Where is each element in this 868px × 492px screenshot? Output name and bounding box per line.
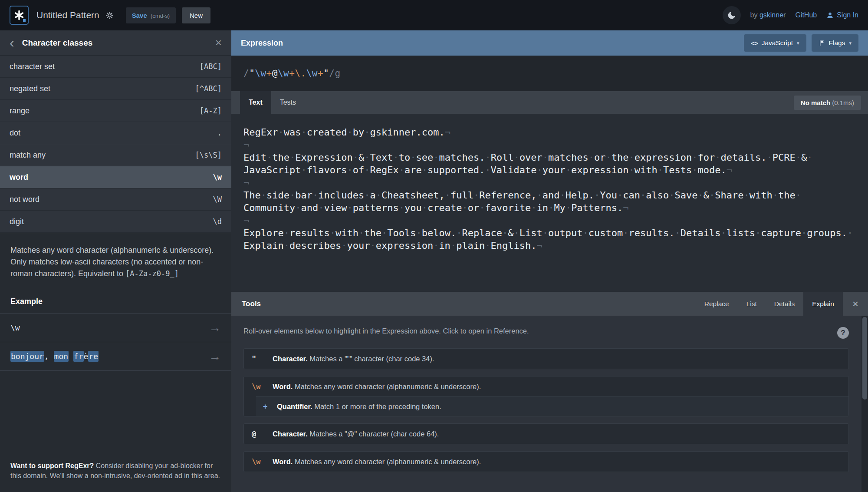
example-heading: Example <box>0 288 231 313</box>
explain-description: Character. Matches a "@" character (char… <box>273 430 439 438</box>
example-pattern-row: \w → <box>0 313 231 342</box>
new-button[interactable]: New <box>182 7 210 23</box>
explain-card: \wWord. Matches any word character (alph… <box>243 451 849 472</box>
explain-row[interactable]: +Quantifier. Match 1 or more of the prec… <box>256 396 848 416</box>
gskinner-link[interactable]: gskinner <box>760 11 786 19</box>
save-button[interactable]: Save (cmd-s) <box>126 7 176 23</box>
class-label: negated set <box>10 84 50 93</box>
byline: by gskinner <box>750 11 786 19</box>
class-label: not word <box>10 195 39 204</box>
text-line: ¬ <box>243 176 856 189</box>
tools-tab-explain[interactable]: Explain <box>803 292 843 316</box>
chevron-down-icon: ▾ <box>849 40 852 46</box>
tools-scrollbar-thumb[interactable] <box>862 317 867 400</box>
explain-description: Quantifier. Match 1 or more of the prece… <box>277 403 441 411</box>
class-description: Matches any word character (alphanumeric… <box>0 233 231 288</box>
explain-card: @Character. Matches a "@" character (cha… <box>243 423 849 444</box>
class-syntax: \w <box>213 173 222 182</box>
explain-row[interactable]: \wWord. Matches any word character (alph… <box>244 452 848 472</box>
explain-token: @ <box>252 429 273 438</box>
explain-hint-row: Roll-over elements below to highlight in… <box>243 327 849 339</box>
chevron-down-icon: ▾ <box>797 40 799 46</box>
explain-hint: Roll-over elements below to highlight in… <box>243 327 529 335</box>
text-line: ¬ <box>243 214 856 227</box>
signin-link[interactable]: Sign In <box>826 11 858 19</box>
class-label: range <box>10 106 30 116</box>
sidebar-item-word[interactable]: word\w <box>0 166 231 188</box>
tab-text[interactable]: Text <box>240 91 271 114</box>
sidebar: ‹ Character classes × character set[ABC]… <box>0 30 231 492</box>
gear-icon[interactable] <box>105 11 114 20</box>
ad-notice: Want to support RegExr? Consider disabli… <box>0 452 231 492</box>
match-status: No match <box>801 99 830 106</box>
class-label: word <box>10 173 28 182</box>
sidebar-item-character-set[interactable]: character set[ABC] <box>0 56 231 78</box>
insert-arrow-icon[interactable]: → <box>209 350 221 363</box>
sidebar-item-negated-set[interactable]: negated set[^ABC] <box>0 78 231 100</box>
expression-header-buttons: <> JavaScript ▾ Flags ▾ <box>744 34 858 52</box>
explain-row[interactable]: \wWord. Matches any word character (alph… <box>244 376 848 396</box>
app-header: Untitled Pattern Save (cmd-s) New by gsk… <box>0 0 868 30</box>
help-icon[interactable]: ? <box>837 327 849 339</box>
pattern-title[interactable]: Untitled Pattern <box>36 10 99 20</box>
tools-tab-replace[interactable]: Replace <box>696 292 738 316</box>
expression-header: Expression <> JavaScript ▾ Flags ▾ <box>231 30 868 56</box>
character-class-list: character set[ABC]negated set[^ABC]range… <box>0 56 231 233</box>
sidebar-header: ‹ Character classes × <box>0 30 231 56</box>
tools-content: Roll-over elements below to highlight in… <box>231 316 868 492</box>
tools-close-icon[interactable]: × <box>843 292 868 316</box>
flavor-button[interactable]: <> JavaScript ▾ <box>744 34 806 52</box>
class-syntax: [A-Z] <box>200 106 222 115</box>
sidebar-item-match-any[interactable]: match any[\s\S] <box>0 144 231 166</box>
moon-icon <box>727 10 736 20</box>
insert-arrow-icon[interactable]: → <box>209 322 221 334</box>
flags-label: Flags <box>829 39 845 47</box>
flag-icon <box>819 40 825 46</box>
explain-card: "Character. Matches a """ character (cha… <box>243 348 849 369</box>
explain-token: + <box>263 402 277 411</box>
text-line: RegExr·​was·​created·​by·​gskinner.com.¬ <box>243 126 856 139</box>
explain-token: " <box>252 354 273 363</box>
theme-toggle-button[interactable] <box>723 6 741 24</box>
text-editor[interactable]: RegExr·​was·​created·​by·​gskinner.com.¬… <box>231 114 868 292</box>
text-line: The·​side·​bar·​includes·​a·​Cheatsheet,… <box>243 189 856 214</box>
sidebar-item-dot[interactable]: dot. <box>0 122 231 144</box>
expression-input[interactable]: /"\w+@\w+\.\w+"/g <box>231 56 868 91</box>
sidebar-item-range[interactable]: range[A-Z] <box>0 100 231 122</box>
by-label: by <box>750 11 758 19</box>
logo-accent-dot <box>23 19 26 22</box>
tab-tests[interactable]: Tests <box>271 91 305 114</box>
github-link[interactable]: GitHub <box>795 11 817 19</box>
tools-tab-details[interactable]: Details <box>766 292 803 316</box>
tools-scrollbar[interactable] <box>861 316 868 492</box>
regexr-logo[interactable] <box>10 6 29 25</box>
explain-token: \w <box>252 457 273 466</box>
class-syntax: . <box>217 129 222 137</box>
flags-button[interactable]: Flags ▾ <box>812 34 858 52</box>
example-pattern: \w <box>10 323 20 332</box>
class-syntax: \W <box>213 195 222 204</box>
regexr-app: Untitled Pattern Save (cmd-s) New by gsk… <box>0 0 868 492</box>
sidebar-item-not-word[interactable]: not word\W <box>0 188 231 211</box>
explain-row[interactable]: "Character. Matches a """ character (cha… <box>244 349 848 369</box>
back-chevron-icon[interactable]: ‹ <box>10 37 14 49</box>
class-syntax: [\s\S] <box>195 151 222 159</box>
sidebar-title: Character classes <box>22 38 93 48</box>
tools-tab-list[interactable]: List <box>738 292 766 316</box>
header-right-group: by gskinner GitHub Sign In <box>723 6 858 24</box>
divider <box>0 370 231 371</box>
sidebar-close-icon[interactable]: × <box>215 36 222 50</box>
explain-row[interactable]: @Character. Matches a "@" character (cha… <box>244 424 848 444</box>
class-label: digit <box>10 217 24 226</box>
tools-tabs: ReplaceListDetailsExplain <box>696 292 843 316</box>
content-area: ‹ Character classes × character set[ABC]… <box>0 30 868 492</box>
explain-list: "Character. Matches a """ character (cha… <box>243 348 849 472</box>
explain-token: \w <box>252 382 273 391</box>
text-line: Edit·​the·​Expression·​&·​Text·​to·​see·… <box>243 151 856 176</box>
code-icon: <> <box>751 40 758 47</box>
sidebar-item-digit[interactable]: digit\d <box>0 211 231 233</box>
save-label: Save <box>132 12 147 19</box>
main-panel: Expression <> JavaScript ▾ Flags ▾ <box>231 30 868 492</box>
expression-title: Expression <box>241 39 283 48</box>
match-time: (0.1ms) <box>832 99 854 106</box>
